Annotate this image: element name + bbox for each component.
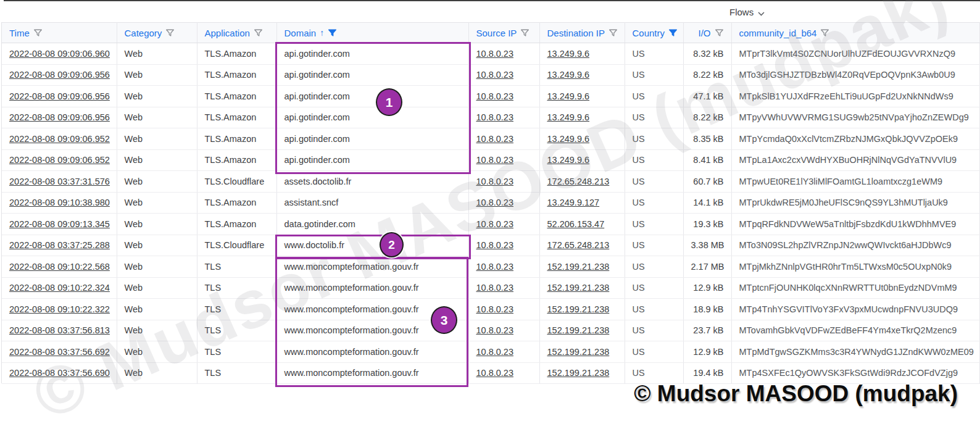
source_ip-link[interactable]: 10.8.0.23 (476, 219, 513, 229)
cell-time[interactable]: 2022-08-08 09:09:06.952 (2, 149, 117, 171)
flows-dropdown[interactable]: Flows (729, 6, 765, 18)
filter-icon[interactable] (254, 28, 263, 38)
cell-time[interactable]: 2022-08-08 09:09:06.956 (2, 107, 117, 128)
cell-destination_ip[interactable]: 13.249.9.6 (539, 64, 625, 86)
cell-source_ip[interactable]: 10.8.0.23 (468, 86, 539, 107)
column-header-time[interactable]: Time (2, 23, 117, 43)
source_ip-link[interactable]: 10.8.0.23 (476, 347, 513, 357)
time-link[interactable]: 2022-08-08 09:09:13.345 (9, 219, 110, 229)
cell-source_ip[interactable]: 10.8.0.23 (468, 320, 539, 341)
source_ip-link[interactable]: 10.8.0.23 (476, 240, 513, 250)
cell-destination_ip[interactable]: 13.249.9.6 (539, 86, 625, 107)
destination_ip-link[interactable]: 13.249.9.6 (547, 112, 590, 122)
destination_ip-link[interactable]: 52.206.153.47 (547, 219, 605, 229)
cell-time[interactable]: 2022-08-08 09:10:22.568 (2, 256, 117, 278)
column-header-source_ip[interactable]: Source IP (468, 23, 539, 43)
cell-destination_ip[interactable]: 13.249.9.6 (539, 149, 625, 171)
cell-source_ip[interactable]: 10.8.0.23 (468, 107, 539, 128)
source_ip-link[interactable]: 10.8.0.23 (476, 325, 513, 335)
time-link[interactable]: 2022-08-08 09:10:38.980 (9, 198, 110, 207)
time-link[interactable]: 2022-08-08 09:10:22.322 (9, 304, 110, 314)
cell-destination_ip[interactable]: 13.249.9.6 (539, 43, 625, 65)
destination_ip-link[interactable]: 13.249.9.6 (547, 91, 590, 101)
cell-time[interactable]: 2022-08-08 09:09:06.956 (2, 64, 117, 86)
cell-source_ip[interactable]: 10.8.0.23 (468, 128, 539, 150)
destination_ip-link[interactable]: 172.65.248.213 (547, 177, 610, 186)
cell-source_ip[interactable]: 10.8.0.23 (468, 171, 539, 193)
time-link[interactable]: 2022-08-08 09:09:06.952 (9, 134, 110, 144)
cell-destination_ip[interactable]: 13.249.9.6 (539, 107, 625, 128)
cell-source_ip[interactable]: 10.8.0.23 (468, 214, 539, 235)
source_ip-link[interactable]: 10.8.0.23 (476, 112, 513, 122)
cell-source_ip[interactable]: 10.8.0.23 (468, 149, 539, 171)
column-header-io[interactable]: I/O (683, 23, 731, 43)
destination_ip-link[interactable]: 13.249.9.127 (547, 198, 600, 207)
time-link[interactable]: 2022-08-08 03:37:31.576 (9, 177, 110, 186)
source_ip-link[interactable]: 10.8.0.23 (476, 91, 513, 101)
time-link[interactable]: 2022-08-08 09:10:22.324 (9, 283, 110, 293)
filter-icon[interactable] (328, 28, 337, 38)
cell-time[interactable]: 2022-08-08 03:37:25.288 (2, 235, 117, 256)
column-header-domain[interactable]: Domain↑ (276, 23, 468, 43)
column-header-community_id_b64[interactable]: community_id_b64 (731, 23, 979, 43)
cell-time[interactable]: 2022-08-08 09:09:13.345 (2, 214, 117, 235)
destination_ip-link[interactable]: 172.65.248.213 (547, 240, 610, 250)
source_ip-link[interactable]: 10.8.0.23 (476, 70, 513, 80)
time-link[interactable]: 2022-08-08 03:37:25.288 (9, 240, 110, 250)
time-link[interactable]: 2022-08-08 09:09:06.956 (9, 112, 110, 122)
source_ip-link[interactable]: 10.8.0.23 (476, 155, 513, 165)
filter-icon[interactable] (520, 28, 529, 38)
time-link[interactable]: 2022-08-08 03:37:56.692 (9, 347, 110, 357)
cell-destination_ip[interactable]: 152.199.21.238 (539, 320, 625, 341)
column-header-country[interactable]: Country (625, 23, 683, 43)
cell-destination_ip[interactable]: 152.199.21.238 (539, 277, 625, 299)
source_ip-link[interactable]: 10.8.0.23 (476, 262, 513, 272)
time-link[interactable]: 2022-08-08 03:37:56.813 (9, 325, 110, 335)
cell-source_ip[interactable]: 10.8.0.23 (468, 256, 539, 278)
time-link[interactable]: 2022-08-08 03:37:56.690 (9, 368, 110, 378)
column-header-category[interactable]: Category (117, 23, 197, 43)
time-link[interactable]: 2022-08-08 09:09:06.956 (9, 91, 110, 101)
destination_ip-link[interactable]: 13.249.9.6 (547, 70, 590, 80)
column-header-application[interactable]: Application (197, 23, 276, 43)
destination_ip-link[interactable]: 13.249.9.6 (547, 155, 590, 165)
destination_ip-link[interactable]: 152.199.21.238 (547, 262, 610, 272)
cell-source_ip[interactable]: 10.8.0.23 (468, 235, 539, 256)
filter-icon[interactable] (33, 28, 43, 38)
source_ip-link[interactable]: 10.8.0.23 (476, 283, 513, 293)
time-link[interactable]: 2022-08-08 09:09:06.952 (9, 155, 110, 165)
cell-time[interactable]: 2022-08-08 09:10:22.324 (2, 277, 117, 299)
destination_ip-link[interactable]: 152.199.21.238 (547, 325, 610, 335)
column-header-destination_ip[interactable]: Destination IP (539, 23, 625, 43)
filter-icon[interactable] (668, 28, 678, 38)
destination_ip-link[interactable]: 152.199.21.238 (547, 304, 610, 314)
cell-destination_ip[interactable]: 152.199.21.238 (539, 299, 625, 320)
cell-destination_ip[interactable]: 152.199.21.238 (539, 256, 625, 278)
cell-time[interactable]: 2022-08-08 09:10:38.980 (2, 192, 117, 214)
cell-destination_ip[interactable]: 52.206.153.47 (539, 214, 625, 235)
cell-destination_ip[interactable]: 152.199.21.238 (539, 341, 625, 363)
cell-source_ip[interactable]: 10.8.0.23 (468, 43, 539, 65)
time-link[interactable]: 2022-08-08 09:09:06.956 (9, 70, 110, 80)
destination_ip-link[interactable]: 13.249.9.6 (547, 134, 590, 144)
time-link[interactable]: 2022-08-08 09:10:22.568 (9, 262, 110, 272)
cell-time[interactable]: 2022-08-08 09:09:06.952 (2, 128, 117, 150)
cell-source_ip[interactable]: 10.8.0.23 (468, 277, 539, 299)
cell-destination_ip[interactable]: 172.65.248.213 (539, 171, 625, 193)
cell-time[interactable]: 2022-08-08 03:37:31.576 (2, 171, 117, 193)
destination_ip-link[interactable]: 152.199.21.238 (547, 347, 610, 357)
source_ip-link[interactable]: 10.8.0.23 (476, 49, 513, 59)
cell-source_ip[interactable]: 10.8.0.23 (468, 299, 539, 320)
filter-icon[interactable] (715, 28, 724, 38)
destination_ip-link[interactable]: 13.249.9.6 (547, 49, 590, 59)
cell-time[interactable]: 2022-08-08 03:37:56.813 (2, 320, 117, 341)
cell-source_ip[interactable]: 10.8.0.23 (468, 341, 539, 363)
time-link[interactable]: 2022-08-08 09:09:06.960 (9, 49, 110, 59)
filter-icon[interactable] (608, 28, 618, 38)
cell-destination_ip[interactable]: 13.249.9.127 (539, 192, 625, 214)
destination_ip-link[interactable]: 152.199.21.238 (547, 368, 610, 378)
destination_ip-link[interactable]: 152.199.21.238 (547, 283, 610, 293)
cell-time[interactable]: 2022-08-08 03:37:56.692 (2, 341, 117, 363)
cell-time[interactable]: 2022-08-08 09:09:06.956 (2, 86, 117, 107)
source_ip-link[interactable]: 10.8.0.23 (476, 198, 513, 207)
